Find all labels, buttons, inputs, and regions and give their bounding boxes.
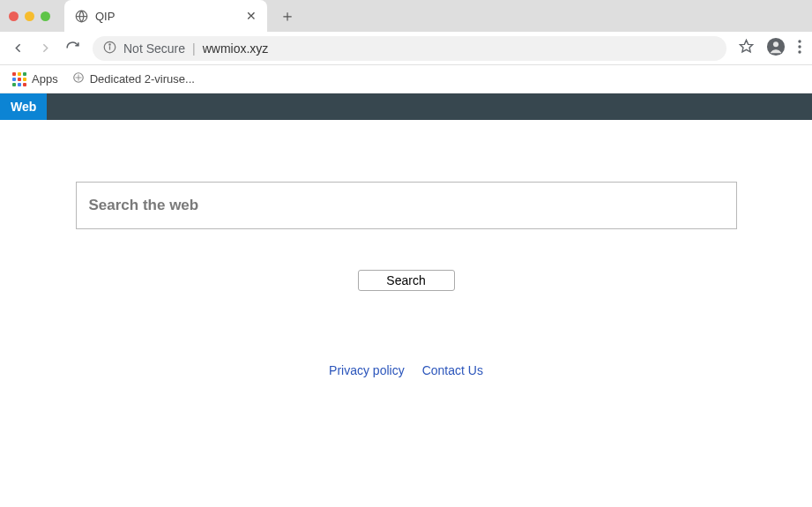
browser-chrome: QIP ✕ ＋ Not Secure | wwmiox.xyz <box>0 0 812 93</box>
bookmark-label: Dedicated 2-viruse... <box>90 72 195 86</box>
window-minimize-dot[interactable] <box>25 11 34 21</box>
close-icon[interactable]: ✕ <box>246 9 257 23</box>
contact-link[interactable]: Contact Us <box>422 363 483 377</box>
main-content: Search Privacy policy Contact Us <box>0 120 812 377</box>
svg-point-6 <box>773 41 778 47</box>
bookmarks-bar: Apps Dedicated 2-viruse... <box>0 65 812 93</box>
profile-icon[interactable] <box>766 37 786 60</box>
svg-marker-4 <box>740 40 752 51</box>
forward-button[interactable] <box>38 41 53 56</box>
toolbar: Not Secure | wwmiox.xyz <box>0 32 812 65</box>
tab-web[interactable]: Web <box>0 93 47 120</box>
footer-links: Privacy policy Contact Us <box>329 363 483 377</box>
back-button[interactable] <box>11 41 26 56</box>
apps-label: Apps <box>32 72 58 86</box>
bookmark-star-icon[interactable] <box>739 39 754 57</box>
address-separator: | <box>192 41 196 56</box>
tab-web-label: Web <box>11 100 36 114</box>
new-tab-button[interactable]: ＋ <box>279 8 295 24</box>
window-controls[interactable] <box>9 11 50 21</box>
toolbar-right <box>739 37 801 60</box>
browser-tab[interactable]: QIP ✕ <box>64 0 267 32</box>
apps-shortcut[interactable]: Apps <box>12 72 58 86</box>
menu-icon[interactable] <box>798 40 801 57</box>
security-label: Not Secure <box>123 41 185 56</box>
svg-point-8 <box>798 45 801 48</box>
tab-strip: QIP ✕ ＋ <box>0 0 812 32</box>
svg-point-3 <box>109 43 110 44</box>
search-input[interactable] <box>76 182 737 229</box>
window-close-dot[interactable] <box>9 11 19 21</box>
privacy-link[interactable]: Privacy policy <box>329 363 405 377</box>
info-icon <box>103 41 116 56</box>
reload-button[interactable] <box>65 41 80 56</box>
bookmark-item-1[interactable]: Dedicated 2-viruse... <box>72 71 195 86</box>
window-maximize-dot[interactable] <box>41 11 50 21</box>
globe-icon <box>75 10 88 23</box>
page-content: Web Search Privacy policy Contact Us <box>0 93 812 377</box>
svg-point-7 <box>798 40 801 42</box>
apps-icon <box>12 72 26 86</box>
tab-title: QIP <box>95 10 239 23</box>
url-text: wwmiox.xyz <box>203 41 269 56</box>
svg-point-9 <box>798 50 801 53</box>
address-bar[interactable]: Not Secure | wwmiox.xyz <box>93 36 726 61</box>
search-button[interactable]: Search <box>358 270 455 291</box>
bookmark-favicon <box>72 71 85 86</box>
page-header-bar: Web <box>0 93 812 120</box>
